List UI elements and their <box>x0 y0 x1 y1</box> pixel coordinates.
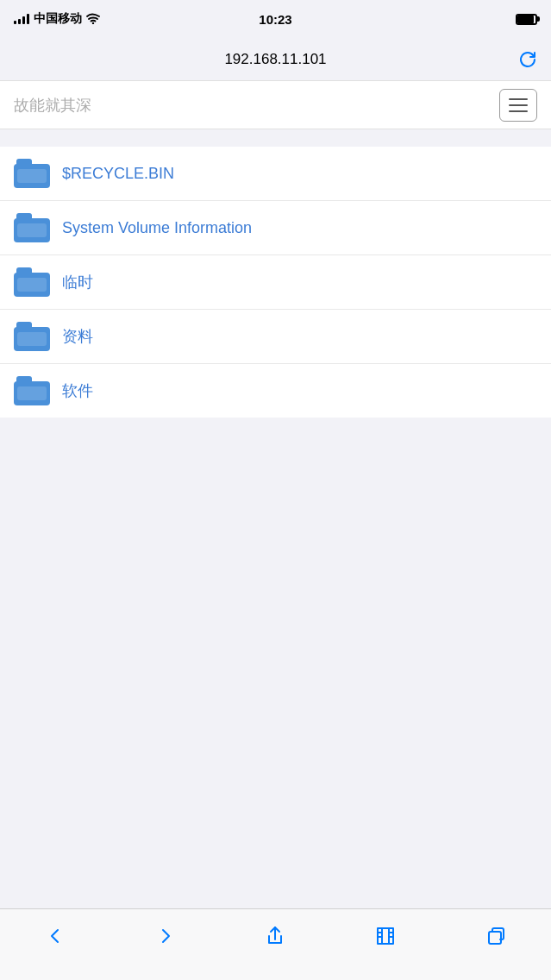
url-text[interactable]: 192.168.11.101 <box>224 51 326 68</box>
file-name-ruanjian: 软件 <box>62 380 93 401</box>
status-left: 中国移动 <box>14 11 100 27</box>
hamburger-line-2 <box>509 104 528 106</box>
nav-bar: 故能就其深 <box>0 81 551 129</box>
status-time: 10:23 <box>259 12 291 27</box>
hamburger-line-3 <box>509 110 528 112</box>
bottom-toolbar <box>0 908 551 980</box>
file-name-system-volume: System Volume Information <box>62 219 252 237</box>
svg-point-0 <box>92 22 94 23</box>
divider-gap <box>0 129 551 147</box>
forward-button[interactable] <box>141 918 191 954</box>
file-item-ruanjian[interactable]: 软件 <box>0 364 551 418</box>
file-item-system-volume[interactable]: System Volume Information <box>0 201 551 255</box>
folder-icon <box>14 213 50 242</box>
address-bar: 192.168.11.101 <box>0 38 551 81</box>
file-name-ziliao: 资料 <box>62 326 93 347</box>
folder-icon <box>14 322 50 351</box>
bookmarks-button[interactable] <box>360 918 410 954</box>
folder-icon <box>14 159 50 188</box>
carrier-text: 中国移动 <box>34 11 82 27</box>
wifi-icon <box>86 12 100 27</box>
share-button[interactable] <box>250 918 300 954</box>
battery-icon <box>516 14 537 25</box>
back-button[interactable] <box>30 918 80 954</box>
svg-rect-7 <box>489 932 501 944</box>
nav-title: 故能就其深 <box>14 95 91 116</box>
file-item-linshi[interactable]: 临时 <box>0 255 551 310</box>
file-name-linshi: 临时 <box>62 272 93 292</box>
hamburger-button[interactable] <box>499 89 537 122</box>
tabs-button[interactable] <box>471 918 521 954</box>
file-item-ziliao[interactable]: 资料 <box>0 310 551 364</box>
status-bar: 中国移动 10:23 <box>0 0 551 38</box>
folder-icon <box>14 376 50 405</box>
status-right <box>516 14 537 25</box>
signal-icon <box>14 14 29 24</box>
hamburger-line-1 <box>509 98 528 100</box>
file-list: $RECYCLE.BIN System Volume Information 临… <box>0 147 551 418</box>
refresh-button[interactable] <box>518 50 537 69</box>
file-item-recycle-bin[interactable]: $RECYCLE.BIN <box>0 147 551 201</box>
folder-icon <box>14 267 50 297</box>
file-name-recycle-bin: $RECYCLE.BIN <box>62 165 174 183</box>
